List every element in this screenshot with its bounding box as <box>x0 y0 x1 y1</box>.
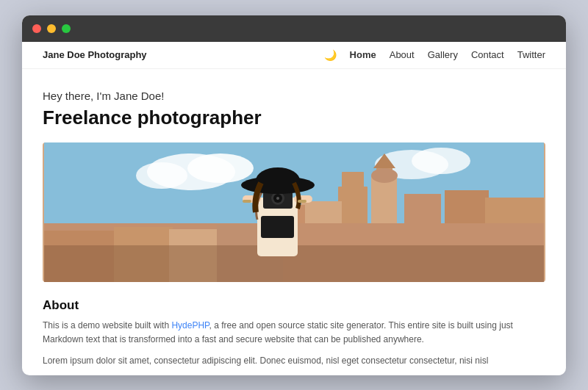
hero-image-svg <box>43 142 545 282</box>
dark-mode-icon[interactable]: 🌙 <box>324 49 337 61</box>
site-nav: Jane Doe Photography 🌙 Home About Galler… <box>22 42 566 69</box>
svg-rect-24 <box>261 216 294 238</box>
greeting-text: Hey there, I'm Jane Doe! <box>43 90 545 102</box>
traffic-light-yellow[interactable] <box>47 24 56 33</box>
svg-point-30 <box>276 197 279 200</box>
nav-links: 🌙 Home About Gallery Contact Twitter <box>324 49 545 61</box>
hydephp-link[interactable]: HydePHP <box>171 320 209 331</box>
about-paragraph-1: This is a demo website built with HydePH… <box>43 319 545 347</box>
traffic-light-red[interactable] <box>32 24 41 33</box>
browser-titlebar <box>22 15 566 42</box>
svg-point-5 <box>412 148 470 174</box>
svg-point-32 <box>256 167 300 194</box>
about-paragraph-2: Lorem ipsum dolor sit amet, consectetur … <box>43 354 545 368</box>
svg-point-11 <box>371 168 398 183</box>
about-heading: About <box>43 298 545 313</box>
headline-text: Freelance photographer <box>43 106 545 129</box>
nav-link-contact[interactable]: Contact <box>471 49 504 60</box>
nav-link-twitter[interactable]: Twitter <box>517 49 545 60</box>
hero-image <box>43 142 545 282</box>
nav-link-gallery[interactable]: Gallery <box>428 49 458 60</box>
svg-rect-33 <box>243 200 251 203</box>
site-logo: Jane Doe Photography <box>43 49 147 60</box>
nav-link-home[interactable]: Home <box>350 49 376 60</box>
svg-rect-7 <box>342 172 364 190</box>
browser-content: Jane Doe Photography 🌙 Home About Galler… <box>22 42 566 375</box>
main-content: Hey there, I'm Jane Doe! Freelance photo… <box>22 69 566 375</box>
svg-point-2 <box>187 154 254 183</box>
svg-rect-34 <box>298 200 306 203</box>
traffic-light-green[interactable] <box>62 24 71 33</box>
browser-window: Jane Doe Photography 🌙 Home About Galler… <box>22 15 566 375</box>
svg-point-3 <box>136 162 187 189</box>
nav-link-about[interactable]: About <box>390 49 415 60</box>
